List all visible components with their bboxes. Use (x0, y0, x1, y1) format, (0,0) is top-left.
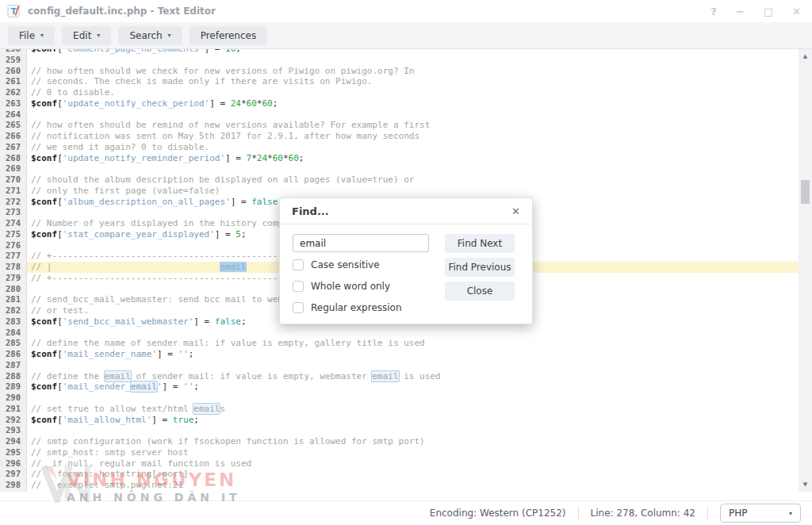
code-line[interactable]: 299// smtp_user/smtp_password: user & pa… (0, 491, 799, 492)
code-line[interactable]: 259 (0, 55, 799, 66)
line-number: 267 (0, 142, 27, 153)
code-line[interactable]: 262// 0 to disable. (0, 87, 799, 98)
minimize-icon[interactable]: − (736, 6, 745, 17)
maximize-icon[interactable]: □ (764, 6, 773, 17)
line-number: 263 (0, 98, 27, 109)
code-line[interactable]: 287 (0, 360, 799, 371)
close-button[interactable]: Close (445, 282, 515, 301)
line-number: 272 (0, 197, 27, 208)
scroll-down-icon[interactable]: ▼ (799, 479, 812, 490)
case-sensitive-option[interactable]: Case sensitive (293, 259, 380, 270)
code-line[interactable]: 268$conf['update_notify_reminder_period'… (0, 153, 799, 164)
line-number: 261 (0, 76, 27, 87)
line-number: 287 (0, 360, 27, 371)
line-number: 278 (0, 262, 27, 273)
whole-word-option[interactable]: Whole word only (293, 281, 390, 292)
line-number: 260 (0, 66, 27, 77)
find-dialog-title: Find... (292, 205, 329, 217)
status-bar: Encoding: Western (CP1252) Line: 278, Co… (0, 500, 812, 525)
code-line[interactable]: 298// exemple: smtp.pwg.net:21 (0, 480, 799, 491)
line-number: 279 (0, 273, 27, 284)
line-number: 268 (0, 153, 27, 164)
code-line[interactable]: 269 (0, 163, 799, 174)
whole-word-checkbox[interactable] (293, 281, 304, 292)
code-line[interactable]: 267// we send it again? 0 to disable. (0, 142, 799, 153)
code-line[interactable]: 265// how often should be remind of new … (0, 120, 799, 131)
line-number: 288 (0, 371, 27, 382)
line-number: 291 (0, 404, 27, 415)
find-previous-button[interactable]: Find Previous (445, 258, 515, 277)
line-number: 266 (0, 131, 27, 142)
code-line[interactable]: 271// only the first page (value=false) (0, 186, 799, 197)
menu-search[interactable]: Search ▾ (118, 26, 182, 45)
menu-bar: File ▾ Edit ▾ Search ▾ Preferences (0, 22, 812, 49)
scroll-up-icon[interactable]: ▲ (799, 51, 812, 62)
code-line[interactable]: 296// if null, regular mail function is … (0, 458, 799, 469)
code-line[interactable]: 260// how often should we check for new … (0, 66, 799, 77)
menu-file[interactable]: File ▾ (8, 26, 55, 45)
close-icon[interactable]: ✕ (511, 205, 520, 217)
code-line[interactable]: 291// set true to allow text/html emails (0, 404, 799, 415)
line-number: 271 (0, 186, 27, 197)
encoding-status[interactable]: Encoding: Western (CP1252) (430, 508, 566, 519)
text-editor-icon: T (7, 4, 21, 18)
code-line[interactable]: 286$conf['mail_sender_name'] = ''; (0, 349, 799, 360)
code-line[interactable]: 258$conf['comments_page_nb_comments'] = … (0, 49, 799, 55)
code-line[interactable]: 295// smtp_host: smtp server host (0, 447, 799, 458)
line-number: 276 (0, 240, 27, 251)
regex-checkbox[interactable] (293, 302, 304, 313)
line-number: 274 (0, 218, 27, 229)
code-line[interactable]: 292$conf['mail_allow_html'] = true; (0, 415, 799, 426)
find-dialog: Find... ✕ Find Next Find Previous Close … (279, 197, 533, 324)
line-number: 286 (0, 349, 27, 360)
line-number: 290 (0, 393, 27, 404)
case-sensitive-label: Case sensitive (311, 259, 380, 270)
find-dialog-header: Find... ✕ (280, 198, 532, 224)
menu-edit-label: Edit (73, 30, 91, 41)
code-line[interactable]: 285// define the name of sender mail: if… (0, 338, 799, 349)
scrollbar-thumb[interactable] (801, 180, 810, 204)
language-value: PHP (729, 508, 748, 519)
line-number: 258 (0, 49, 27, 55)
find-next-button[interactable]: Find Next (445, 234, 515, 253)
code-line[interactable]: 289$conf['mail_sender_email'] = ''; (0, 381, 799, 393)
line-number: 262 (0, 87, 27, 98)
regex-label: Regular expression (311, 302, 402, 313)
help-icon[interactable]: ? (710, 6, 717, 17)
menu-search-label: Search (129, 30, 162, 41)
menu-edit[interactable]: Edit ▾ (62, 26, 111, 45)
caret-down-icon: ▾ (40, 32, 44, 39)
close-window-icon[interactable]: ✕ (792, 6, 801, 17)
code-line[interactable]: 263$conf['update_notify_check_period'] =… (0, 98, 799, 109)
case-sensitive-checkbox[interactable] (293, 259, 304, 270)
code-line[interactable]: 261// seconds. The check is made only if… (0, 76, 799, 87)
line-number: 292 (0, 415, 27, 426)
menu-preferences-label: Preferences (201, 30, 257, 41)
line-number: 294 (0, 436, 27, 447)
line-number: 273 (0, 207, 27, 218)
line-number: 270 (0, 174, 27, 186)
caret-down-icon: ▾ (97, 32, 100, 39)
language-select[interactable]: PHP ▾ (720, 504, 801, 523)
code-line[interactable]: 270// should the album description be di… (0, 174, 799, 186)
code-line[interactable]: 264 (0, 109, 799, 121)
line-number: 293 (0, 425, 27, 436)
menu-file-label: File (19, 30, 35, 41)
caret-down-icon: ▾ (168, 32, 171, 39)
search-match: email (371, 370, 399, 382)
line-number: 289 (0, 381, 27, 393)
code-line[interactable]: 294// smtp configuration (work if fsocko… (0, 436, 799, 447)
code-line[interactable]: 293 (0, 425, 799, 436)
find-input[interactable] (293, 234, 429, 252)
code-line[interactable]: 288// define the email of sender mail: i… (0, 371, 799, 382)
code-line[interactable]: 266// notification was sent on May 5th 2… (0, 131, 799, 142)
code-line[interactable]: 297// format: hoststring[:port] (0, 469, 799, 480)
regex-option[interactable]: Regular expression (293, 302, 402, 313)
code-line[interactable]: 290 (0, 393, 799, 404)
line-number: 277 (0, 251, 27, 262)
vertical-scrollbar[interactable]: ▲ ▼ (799, 49, 812, 492)
code-line[interactable]: 284 (0, 328, 799, 339)
title-bar: T config_default.inc.php - Text Editor ?… (0, 0, 812, 22)
menu-preferences[interactable]: Preferences (190, 26, 268, 45)
line-number: 259 (0, 55, 27, 66)
